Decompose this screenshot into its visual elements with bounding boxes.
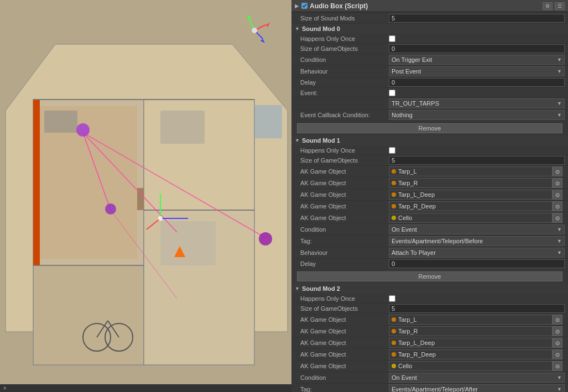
mod2-condition-dropdown[interactable]: On Event ▼ xyxy=(389,373,565,383)
mod0-condition-dropdown[interactable]: On Trigger Exit ▼ xyxy=(389,55,565,65)
mod1-ak-obj-3-field[interactable]: Tarp_R_Deep xyxy=(389,201,553,211)
mod2-tag-value[interactable]: Events/Apartment/Teleport/After ▼ xyxy=(389,384,565,392)
size-of-sound-mods-value[interactable] xyxy=(389,14,565,23)
mod2-condition-text: On Event xyxy=(392,374,417,381)
mod1-ak-obj-1-value[interactable]: Tarp_R ⊙ xyxy=(389,178,565,188)
sound-mod-0-header[interactable]: ▼ Sound Mod 0 xyxy=(291,24,568,34)
mod0-callback-dropdown[interactable]: Nothing ▼ xyxy=(389,110,565,120)
mod1-ak-obj-4-value[interactable]: Cello ⊙ xyxy=(389,213,565,223)
mod1-ak-obj-1-label: AK Game Object xyxy=(300,180,389,186)
mod0-behaviour-text: Post Event xyxy=(392,68,421,75)
mod0-behaviour-value[interactable]: Post Event ▼ xyxy=(389,66,565,76)
viewport-bottom-toolbar: ≡ xyxy=(0,384,291,392)
mod1-ak-obj-2-value[interactable]: Tarp_L_Deep ⊙ xyxy=(389,190,565,200)
mod2-ak-obj-1-dot xyxy=(392,329,396,333)
mod2-ak-obj-1-value[interactable]: Tarp_R ⊙ xyxy=(389,326,565,336)
mod1-ak-obj-3-label: AK Game Object xyxy=(300,203,389,210)
mod0-event-row: Event: xyxy=(291,88,568,98)
mod1-condition-dropdown[interactable]: On Event ▼ xyxy=(389,224,565,234)
mod2-ak-obj-2-value[interactable]: Tarp_L_Deep ⊙ xyxy=(389,338,565,348)
mod0-condition-value[interactable]: On Trigger Exit ▼ xyxy=(389,55,565,65)
mod0-callback-label: Event Callback Condition: xyxy=(300,112,389,118)
mod1-condition-value[interactable]: On Event ▼ xyxy=(389,224,565,234)
mod1-condition-arrow: ▼ xyxy=(557,227,562,232)
svg-point-23 xyxy=(259,232,272,245)
mod2-ak-obj-1-select[interactable]: ⊙ xyxy=(553,326,562,336)
mod1-ak-obj-2-field[interactable]: Tarp_L_Deep xyxy=(389,190,553,200)
mod0-callback-arrow: ▼ xyxy=(557,112,562,118)
script-enabled-checkbox[interactable] xyxy=(301,3,308,9)
mod0-event-checkbox[interactable] xyxy=(389,90,395,96)
mod2-size-gameobjects-label: Size of GameObjects xyxy=(300,305,389,312)
mod1-ak-obj-4-select[interactable]: ⊙ xyxy=(553,213,562,223)
mod2-size-gameobjects-input[interactable] xyxy=(389,304,565,313)
mod0-event-dropdown-arrow: ▼ xyxy=(557,101,562,106)
mod2-size-gameobjects-value[interactable] xyxy=(389,304,565,313)
mod0-happens-once-checkbox[interactable] xyxy=(389,35,395,42)
mod1-size-gameobjects-row: Size of GameObjects xyxy=(291,155,568,166)
mod0-event-dropdown-value[interactable]: TR_OUT_TARPS ▼ xyxy=(389,98,565,108)
mod2-ak-obj-3-select[interactable]: ⊙ xyxy=(553,349,562,359)
mod2-ak-obj-4-value[interactable]: Cello ⊙ xyxy=(389,361,565,371)
mod2-ak-obj-4-select[interactable]: ⊙ xyxy=(553,361,562,371)
mod1-delay-value[interactable] xyxy=(389,259,565,268)
mod2-tag-dropdown[interactable]: Events/Apartment/Teleport/After ▼ xyxy=(389,384,565,392)
mod1-ak-obj-1-select[interactable]: ⊙ xyxy=(553,178,562,188)
mod1-behaviour-arrow: ▼ xyxy=(557,250,562,255)
mod0-behaviour-dropdown[interactable]: Post Event ▼ xyxy=(389,66,565,76)
mod1-ak-obj-2-select[interactable]: ⊙ xyxy=(553,190,562,200)
mod1-delay-input[interactable] xyxy=(389,259,565,268)
mod1-ak-obj-4-text: Cello xyxy=(398,215,412,221)
mod1-ak-obj-1-field[interactable]: Tarp_R xyxy=(389,178,553,188)
mod0-event-value xyxy=(389,90,565,96)
mod0-size-gameobjects-input[interactable] xyxy=(389,44,565,53)
mod2-ak-obj-1-field[interactable]: Tarp_R xyxy=(389,326,553,336)
sound-mod-2-header[interactable]: ▼ Sound Mod 2 xyxy=(291,284,568,294)
size-of-sound-mods-input[interactable] xyxy=(389,14,565,23)
sound-mod-1-header[interactable]: ▼ Sound Mod 1 xyxy=(291,135,568,145)
mod2-happens-once-checkbox[interactable] xyxy=(389,295,395,302)
viewport-bottom-btn[interactable]: ≡ xyxy=(3,385,6,391)
mod2-ak-obj-3-text: Tarp_R_Deep xyxy=(398,351,436,358)
mod0-condition-label: Condition xyxy=(300,56,389,63)
mod0-remove-button[interactable]: Remove xyxy=(297,123,562,133)
scene-view[interactable] xyxy=(0,0,291,384)
mod0-delay-input[interactable] xyxy=(389,78,565,87)
mod1-ak-obj-0-field[interactable]: Tarp_L xyxy=(389,166,553,176)
mod0-callback-value[interactable]: Nothing ▼ xyxy=(389,110,565,120)
mod1-behaviour-value[interactable]: Attach To Player ▼ xyxy=(389,248,565,258)
svg-rect-8 xyxy=(254,105,282,138)
mod1-behaviour-dropdown[interactable]: Attach To Player ▼ xyxy=(389,248,565,258)
header-menu-btn[interactable]: ☰ xyxy=(555,2,565,10)
mod0-size-gameobjects-value[interactable] xyxy=(389,44,565,53)
mod0-delay-value[interactable] xyxy=(389,78,565,87)
mod2-ak-obj-3-value[interactable]: Tarp_R_Deep ⊙ xyxy=(389,349,565,359)
mod2-ak-obj-3-field[interactable]: Tarp_R_Deep xyxy=(389,349,553,359)
mod0-event-dropdown[interactable]: TR_OUT_TARPS ▼ xyxy=(389,98,565,108)
header-settings-btn[interactable]: ⚙ xyxy=(543,2,553,10)
mod1-ak-obj-4-label: AK Game Object xyxy=(300,215,389,221)
mod1-ak-obj-4-field[interactable]: Cello xyxy=(389,213,553,223)
mod1-ak-obj-1-dot xyxy=(392,181,396,185)
mod1-happens-once-checkbox[interactable] xyxy=(389,147,395,154)
mod2-ak-obj-0-field[interactable]: Tarp_L xyxy=(389,315,553,325)
mod2-ak-obj-0-value[interactable]: Tarp_L ⊙ xyxy=(389,315,565,325)
mod1-ak-obj-2-label: AK Game Object xyxy=(300,191,389,198)
mod2-ak-obj-2-select[interactable]: ⊙ xyxy=(553,338,562,348)
mod1-tag-value[interactable]: Events/Apartment/Teleport/Before ▼ xyxy=(389,236,565,246)
mod2-ak-obj-4-field[interactable]: Cello xyxy=(389,361,553,371)
mod2-ak-obj-0-select[interactable]: ⊙ xyxy=(553,315,562,325)
mod1-size-gameobjects-value[interactable] xyxy=(389,156,565,165)
mod1-ak-obj-0-value[interactable]: Tarp_L ⊙ xyxy=(389,166,565,176)
mod2-condition-value[interactable]: On Event ▼ xyxy=(389,373,565,383)
mod1-delay-label: Delay xyxy=(300,260,389,267)
mod2-ak-obj-2-field[interactable]: Tarp_L_Deep xyxy=(389,338,553,348)
mod1-ak-obj-3-value[interactable]: Tarp_R_Deep ⊙ xyxy=(389,201,565,211)
mod2-ak-obj-0-row: AK Game Object Tarp_L ⊙ xyxy=(291,314,568,326)
mod1-size-gameobjects-input[interactable] xyxy=(389,156,565,165)
mod1-remove-button[interactable]: Remove xyxy=(297,271,562,281)
mod1-tag-dropdown[interactable]: Events/Apartment/Teleport/Before ▼ xyxy=(389,236,565,246)
mod1-tag-arrow: ▼ xyxy=(557,238,562,244)
mod1-ak-obj-3-select[interactable]: ⊙ xyxy=(553,201,562,211)
mod1-ak-obj-0-select[interactable]: ⊙ xyxy=(553,166,562,176)
